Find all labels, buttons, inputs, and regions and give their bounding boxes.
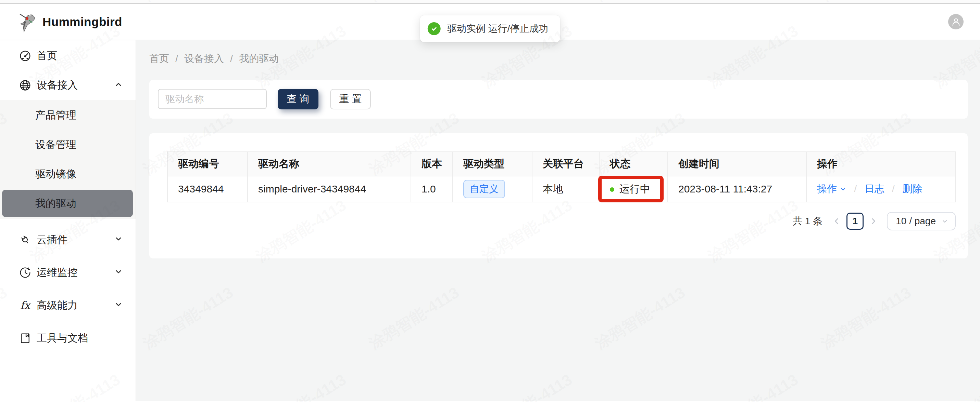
- sidebar-item-tools-docs[interactable]: 工具与文档: [0, 322, 135, 355]
- sidebar-subitem-label: 产品管理: [35, 108, 76, 122]
- chevron-down-icon: [115, 234, 123, 245]
- sidebar-item-advanced-capabilities[interactable]: fx 高级能力: [0, 289, 135, 322]
- sidebar-item-my-drivers[interactable]: 我的驱动: [2, 190, 133, 217]
- sidebar-item-driver-images[interactable]: 驱动镜像: [0, 159, 135, 189]
- cell-version: 1.0: [411, 176, 453, 202]
- col-status: 状态: [599, 152, 668, 176]
- status-text: 运行中: [619, 183, 650, 195]
- cell-platform: 本地: [532, 176, 599, 202]
- pagination-total: 共 1 条: [793, 215, 822, 228]
- sidebar-subitem-label: 驱动镜像: [35, 167, 76, 181]
- reset-button[interactable]: 重 置: [330, 89, 371, 109]
- sidebar-item-label: 运维监控: [37, 266, 78, 280]
- app-title: Hummingbird: [43, 15, 122, 29]
- action-separator: /: [892, 184, 895, 194]
- page-size-select[interactable]: 10 / page: [887, 212, 956, 230]
- brand[interactable]: Hummingbird: [18, 11, 122, 32]
- globe-icon: [19, 79, 32, 92]
- breadcrumb-separator: /: [175, 53, 178, 65]
- sidebar-item-ops-monitoring[interactable]: 运维监控: [0, 256, 135, 289]
- next-page-button[interactable]: [867, 213, 879, 230]
- sidebar-item-cloud-plugins[interactable]: 云插件: [0, 223, 135, 256]
- plug-icon: [19, 233, 32, 246]
- sidebar: 首页 设备接入 产品管理 设备管: [0, 40, 136, 401]
- cell-driver-type: 自定义: [453, 176, 532, 202]
- dashboard-icon: [19, 49, 32, 62]
- sidebar-item-label: 工具与文档: [37, 331, 88, 345]
- chevron-up-icon: [115, 79, 123, 91]
- success-check-icon: [428, 22, 441, 35]
- driver-type-tag[interactable]: 自定义: [463, 180, 505, 198]
- search-button[interactable]: 查 询: [278, 89, 318, 109]
- docs-icon: [19, 332, 32, 345]
- prev-page-button[interactable]: [831, 213, 843, 230]
- page-size-value: 10 / page: [896, 216, 936, 226]
- breadcrumb-item-device-access[interactable]: 设备接入: [184, 52, 224, 66]
- row-action-logs[interactable]: 日志: [864, 182, 884, 196]
- sidebar-subitem-label: 设备管理: [35, 138, 76, 152]
- sidebar-submenu: 产品管理 设备管理 驱动镜像 我的驱动: [0, 100, 135, 219]
- sidebar-subitem-label: 我的驱动: [35, 196, 76, 210]
- col-platform: 关联平台: [532, 152, 599, 176]
- status-dot-icon: [610, 187, 614, 192]
- window-top-edge: [0, 0, 980, 4]
- hummingbird-logo-icon: [18, 11, 37, 32]
- chevron-down-icon: [115, 267, 123, 278]
- sidebar-item-label: 设备接入: [37, 78, 78, 92]
- sidebar-item-device-management[interactable]: 设备管理: [0, 130, 135, 159]
- toast-message: 驱动实例 运行/停止成功: [447, 22, 549, 35]
- sidebar-item-home[interactable]: 首页: [0, 41, 135, 70]
- col-version: 版本: [411, 152, 453, 176]
- breadcrumb-item-home[interactable]: 首页: [149, 52, 169, 66]
- pagination: 共 1 条 1 10 / page: [167, 212, 956, 230]
- col-driver-name: 驱动名称: [248, 152, 411, 176]
- cell-actions: 操作 / 日志 / 删除: [807, 176, 955, 202]
- row-action-delete[interactable]: 删除: [902, 182, 922, 196]
- page-number-button[interactable]: 1: [846, 213, 864, 230]
- user-avatar[interactable]: [948, 14, 964, 29]
- filter-panel: 查 询 重 置: [149, 80, 968, 119]
- monitor-clock-icon: [19, 266, 32, 279]
- content-area: 首页 / 设备接入 / 我的驱动 查 询 重 置 驱动编号 驱动名称: [136, 40, 980, 401]
- toast-notification: 驱动实例 运行/停止成功: [420, 15, 560, 42]
- cell-created-time: 2023-08-11 11:43:27: [668, 176, 807, 202]
- user-icon: [951, 17, 961, 27]
- sidebar-item-label: 首页: [37, 49, 57, 63]
- sidebar-item-device-access[interactable]: 设备接入: [0, 70, 135, 100]
- table-row: 34349844 simple-driver-34349844 1.0 自定义 …: [167, 176, 955, 202]
- cell-driver-id: 34349844: [167, 176, 248, 202]
- fx-icon: fx: [19, 299, 32, 312]
- table-panel: 驱动编号 驱动名称 版本 驱动类型 关联平台 状态 创建时间 操作 343498…: [149, 133, 968, 258]
- breadcrumb: 首页 / 设备接入 / 我的驱动: [149, 52, 968, 66]
- row-action-operate-label: 操作: [817, 182, 837, 196]
- action-separator: /: [854, 184, 857, 194]
- sidebar-item-label: 云插件: [37, 233, 67, 247]
- cell-driver-name: simple-driver-34349844: [248, 176, 411, 202]
- drivers-table: 驱动编号 驱动名称 版本 驱动类型 关联平台 状态 创建时间 操作 343498…: [167, 152, 956, 203]
- main-layout: 首页 设备接入 产品管理 设备管: [0, 40, 980, 401]
- breadcrumb-separator: /: [230, 53, 233, 65]
- col-created-time: 创建时间: [668, 152, 807, 176]
- row-action-operate[interactable]: 操作: [817, 182, 846, 196]
- col-actions: 操作: [807, 152, 955, 176]
- sidebar-item-label: 高级能力: [37, 298, 78, 312]
- chevron-down-icon: [115, 299, 123, 311]
- breadcrumb-item-my-drivers[interactable]: 我的驱动: [239, 52, 279, 66]
- driver-name-input[interactable]: [158, 89, 267, 109]
- chevron-down-icon: [941, 218, 948, 225]
- status-cell: 运行中: [599, 176, 668, 202]
- col-driver-id: 驱动编号: [167, 152, 248, 176]
- table-header-row: 驱动编号 驱动名称 版本 驱动类型 关联平台 状态 创建时间 操作: [167, 152, 955, 176]
- col-driver-type: 驱动类型: [453, 152, 532, 176]
- sidebar-item-product-management[interactable]: 产品管理: [0, 100, 135, 130]
- chevron-down-icon: [840, 186, 846, 193]
